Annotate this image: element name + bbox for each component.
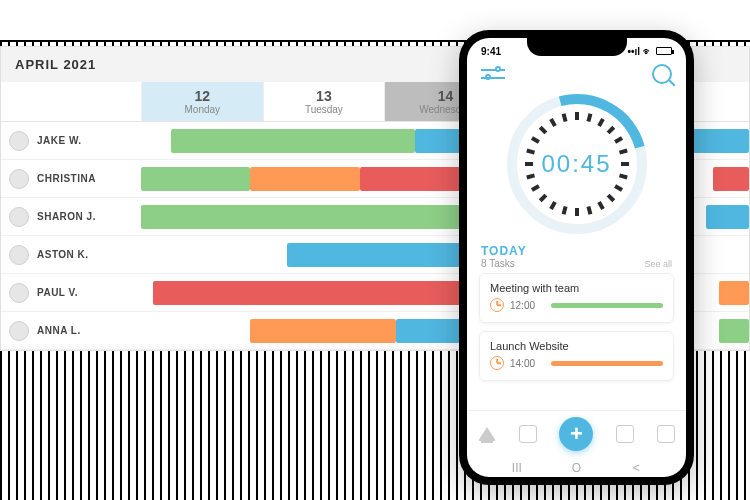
avatar: [9, 207, 29, 227]
battery-icon: [656, 47, 672, 55]
phone-frame: 9:41 ••ıl ᯤ 00:45 TODAY 8 Tasks: [459, 30, 694, 485]
avatar: [9, 321, 29, 341]
task-cards: Meeting with team12:00Launch Website14:0…: [467, 273, 686, 381]
sys-recent[interactable]: III: [502, 461, 532, 475]
nav-mail-icon[interactable]: [657, 425, 675, 443]
clock-icon: [490, 298, 504, 312]
schedule-bar[interactable]: [171, 129, 414, 153]
person-cell: ANNA L.: [1, 321, 141, 341]
schedule-bar[interactable]: [250, 167, 359, 191]
task-card[interactable]: Launch Website14:00: [479, 331, 674, 381]
see-all-link[interactable]: See all: [644, 259, 672, 269]
task-card[interactable]: Meeting with team12:00: [479, 273, 674, 323]
wifi-icon: ᯤ: [643, 46, 653, 57]
task-time: 12:00: [510, 300, 535, 311]
clock-icon: [490, 356, 504, 370]
day-column[interactable]: 12Monday: [141, 82, 263, 121]
schedule-bar[interactable]: [719, 281, 749, 305]
schedule-bar[interactable]: [713, 167, 749, 191]
task-progress: [551, 303, 663, 308]
person-cell: ASTON K.: [1, 245, 141, 265]
day-label: Tuesday: [264, 104, 385, 115]
sys-back[interactable]: <: [621, 461, 651, 475]
search-icon[interactable]: [652, 64, 672, 84]
timer-section: 00:45: [467, 88, 686, 242]
filter-icon[interactable]: [481, 65, 505, 83]
system-nav: III O <: [467, 457, 686, 477]
app-toolbar: [467, 60, 686, 88]
today-count: 8 Tasks: [481, 258, 527, 269]
task-time: 14:00: [510, 358, 535, 369]
timer-dial[interactable]: 00:45: [507, 94, 647, 234]
person-name: CHRISTINA: [37, 173, 96, 184]
fab-add-button[interactable]: +: [559, 417, 593, 451]
today-label: TODAY: [481, 244, 527, 258]
avatar: [9, 169, 29, 189]
task-title: Meeting with team: [490, 282, 663, 294]
person-cell: JAKE W.: [1, 131, 141, 151]
task-title: Launch Website: [490, 340, 663, 352]
person-cell: PAUL V.: [1, 283, 141, 303]
sys-home[interactable]: O: [561, 461, 591, 475]
schedule-bar[interactable]: [250, 319, 396, 343]
status-icons: ••ıl ᯤ: [627, 46, 672, 57]
signal-icon: ••ıl: [627, 46, 640, 57]
person-cell: CHRISTINA: [1, 169, 141, 189]
status-time: 9:41: [481, 46, 501, 57]
schedule-bar[interactable]: [719, 319, 749, 343]
day-number: 13: [264, 88, 385, 104]
person-name: ANNA L.: [37, 325, 81, 336]
person-name: SHARON J.: [37, 211, 96, 222]
avatar: [9, 245, 29, 265]
avatar: [9, 283, 29, 303]
day-header-spacer: [1, 82, 141, 121]
phone-notch: [527, 38, 627, 56]
avatar: [9, 131, 29, 151]
schedule-bar[interactable]: [706, 205, 749, 229]
person-name: JAKE W.: [37, 135, 82, 146]
task-progress: [551, 361, 663, 366]
schedule-bar[interactable]: [141, 167, 250, 191]
day-label: Monday: [142, 104, 263, 115]
schedule-bar[interactable]: [153, 281, 493, 305]
timer-value: 00:45: [541, 150, 611, 178]
person-name: PAUL V.: [37, 287, 78, 298]
nav-home-icon[interactable]: [478, 427, 496, 441]
bottom-nav: +: [467, 410, 686, 457]
nav-list-icon[interactable]: [519, 425, 537, 443]
day-column[interactable]: 13Tuesday: [263, 82, 385, 121]
day-number: 12: [142, 88, 263, 104]
nav-folder-icon[interactable]: [616, 425, 634, 443]
phone-screen: 9:41 ••ıl ᯤ 00:45 TODAY 8 Tasks: [467, 38, 686, 477]
person-cell: SHARON J.: [1, 207, 141, 227]
person-name: ASTON K.: [37, 249, 89, 260]
today-header: TODAY 8 Tasks See all: [467, 242, 686, 273]
